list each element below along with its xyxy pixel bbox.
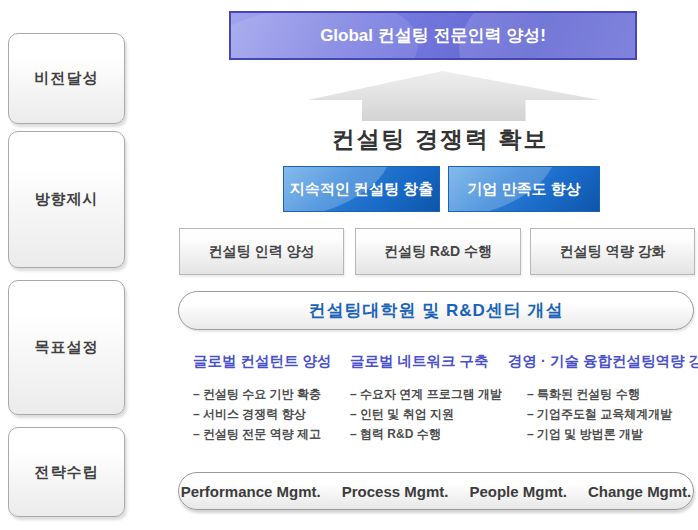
management-bar: Performance Mgmt. Process Mgmt. People M… [178,472,694,510]
strategy-bullet: – 기업 및 방법론 개발 [527,424,698,444]
strategy-bullet-list: – 컨설팅 수요 기반 확충 – 서비스 경쟁력 향상 – 컨설팅 전문 역량 … [193,384,332,444]
strategy-column-convergence: 경영 · 기술 융합컨설팅역량 강화 – 특화된 컨설팅 수행 – 기업주도철 … [508,352,698,444]
strategy-bullet: – 컨설팅 수요 기반 확충 [193,384,332,404]
strategy-bullet: – 수요자 연계 프로그램 개발 [350,384,502,404]
strategy-bullet-list: – 특화된 컨설팅 수행 – 기업주도철 교육체계개발 – 기업 및 방법론 개… [527,384,698,444]
phase-label: 전략수립 [35,463,99,482]
objective-box-consulting-creation: 지속적인 컨설팅 창출 [283,166,440,212]
phase-box-strategy: 전략수립 [8,427,125,517]
phase-label: 방향제시 [35,190,99,209]
objective-label: 지속적인 컨설팅 창출 [290,180,433,199]
objective-label: 기업 만족도 향상 [467,180,580,199]
strategy-bullet: – 인턴 및 취업 지원 [350,404,502,424]
strategy-diagram: 비전달성 방향제시 목표설정 전략수립 Global 컨설팅 전문인력 양성! … [0,0,698,530]
vision-banner: Global 컨설팅 전문인력 양성! [229,11,637,60]
strategy-bullet-list: – 수요자 연계 프로그램 개발 – 인턴 및 취업 지원 – 협력 R&D 수… [350,384,502,444]
strategy-bullet: – 컨설팅 전문 역량 제고 [193,424,332,444]
pillar-box-rnd: 컨설팅 R&D 수행 [355,228,521,275]
strategy-bullet: – 협력 R&D 수행 [350,424,502,444]
strategy-bullet: – 기업주도철 교육체계개발 [527,404,698,424]
strategy-column-consultant: 글로벌 컨설턴트 양성 – 컨설팅 수요 기반 확충 – 서비스 경쟁력 향상 … [193,352,332,444]
pillar-box-capability: 컨설팅 역량 강화 [530,228,695,275]
phase-box-direction: 방향제시 [8,131,125,268]
management-item: Process Mgmt. [342,483,449,500]
pillar-label: 컨설팅 역량 강화 [560,243,666,261]
strategy-bullet: – 서비스 경쟁력 향상 [193,404,332,424]
phase-box-goal: 목표설정 [8,280,125,415]
strategy-column-network: 글로벌 네트워크 구축 – 수요자 연계 프로그램 개발 – 인턴 및 취업 지… [350,352,502,444]
strategy-column-title: 글로벌 컨설턴트 양성 [193,352,332,371]
strategy-bullet: – 특화된 컨설팅 수행 [527,384,698,404]
up-arrow-shape [308,71,600,121]
foundation-label: 컨설팅대학원 및 R&D센터 개설 [309,299,564,322]
vision-banner-title: Global 컨설팅 전문인력 양성! [320,24,546,47]
goal-heading: 컨설팅 경쟁력 확보 [180,124,698,155]
strategy-column-title: 글로벌 네트워크 구축 [350,352,502,371]
pillar-label: 컨설팅 R&D 수행 [384,243,492,261]
management-item: People Mgmt. [469,483,567,500]
strategy-column-title: 경영 · 기술 융합컨설팅역량 강화 [508,352,698,371]
phase-box-vision: 비전달성 [8,33,125,124]
objective-box-satisfaction: 기업 만족도 향상 [448,166,600,212]
pillar-label: 컨설팅 인력 양성 [209,243,315,261]
foundation-bar: 컨설팅대학원 및 R&D센터 개설 [178,291,694,330]
phase-label: 목표설정 [35,338,99,357]
management-item: Change Mgmt. [588,483,691,500]
management-item: Performance Mgmt. [181,483,321,500]
pillar-box-talent: 컨설팅 인력 양성 [179,228,344,275]
phase-label: 비전달성 [35,69,99,88]
